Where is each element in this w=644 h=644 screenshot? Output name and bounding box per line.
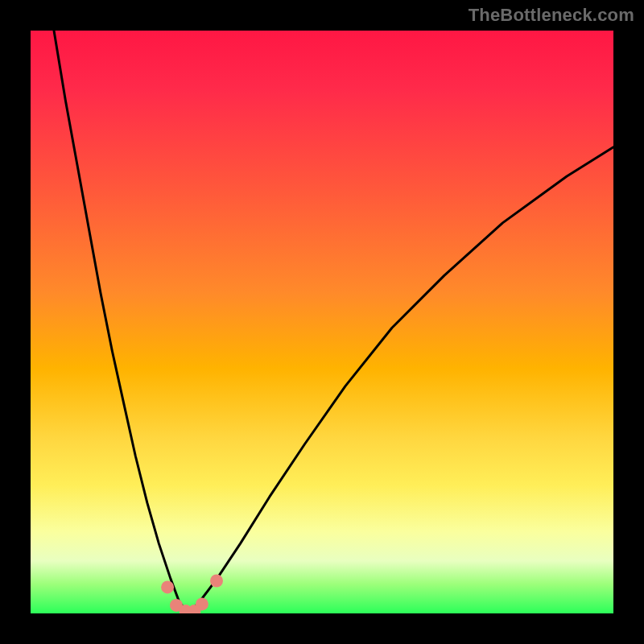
curve-path xyxy=(54,31,613,613)
plot-area xyxy=(31,31,613,613)
curve-marker xyxy=(210,575,223,588)
curve-marker xyxy=(170,599,183,612)
watermark-text: TheBottleneck.com xyxy=(469,5,634,26)
curve-marker xyxy=(180,605,192,613)
chart-frame: TheBottleneck.com xyxy=(0,0,644,644)
curve-marker xyxy=(188,605,200,613)
curve-marker xyxy=(196,597,208,610)
bottleneck-curve xyxy=(31,31,613,613)
curve-marker xyxy=(161,580,174,593)
